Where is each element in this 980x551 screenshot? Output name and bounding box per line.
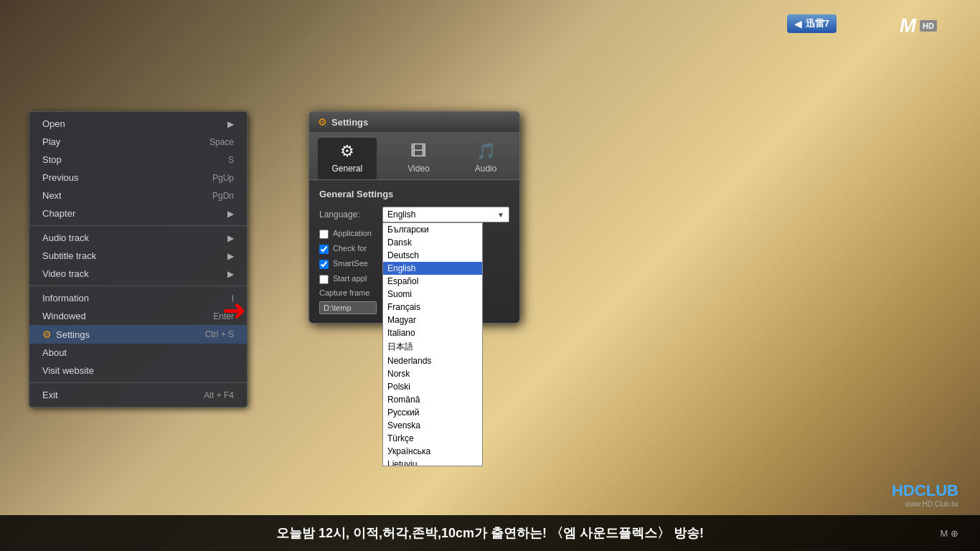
- lang-swedish[interactable]: Svenska: [383, 419, 482, 432]
- lang-french[interactable]: Français: [383, 301, 482, 314]
- section-title: General Settings: [319, 189, 509, 199]
- audio-tab-label: Audio: [475, 164, 497, 174]
- selected-language: English: [387, 209, 415, 220]
- lang-ukrainian[interactable]: Українська: [383, 445, 482, 458]
- lang-polish[interactable]: Polski: [383, 380, 482, 393]
- lang-german[interactable]: Deutsch: [383, 249, 482, 262]
- menu-item-information[interactable]: Information I: [29, 289, 247, 307]
- dialog-title: Settings: [331, 117, 368, 128]
- context-menu: Open ▶ Play Space Stop S Previous PgUp N…: [29, 111, 248, 408]
- subtitle-bar: 오늘밤 12시, 이적,허각,존박,10cm가 출연하는! 〈엠 사운드플렉스〉…: [0, 515, 980, 551]
- language-label: Language:: [319, 209, 377, 220]
- menu-item-stop[interactable]: Stop S: [29, 151, 247, 169]
- gear-icon: ⚙: [42, 329, 52, 340]
- smartsee-label: SmartSee: [333, 258, 368, 268]
- hdclub-main-text: HDCLUB: [892, 481, 958, 500]
- subtitle-channel-logo: M ⊕: [941, 528, 958, 539]
- red-arrow-indicator: ➜: [222, 296, 247, 324]
- channel-name: M: [900, 14, 916, 37]
- video-tab-icon: 🎞: [410, 142, 426, 161]
- audio-tab-icon: 🎵: [476, 142, 496, 161]
- separator-1: [29, 225, 247, 226]
- lang-norwegian[interactable]: Norsk: [383, 367, 482, 380]
- lang-lithuanian[interactable]: Lietuvių: [383, 458, 482, 466]
- menu-item-audio-track[interactable]: Audio track ▶: [29, 229, 247, 247]
- language-dropdown-wrapper: English ▼ Български Dansk Deutsch Englis…: [382, 207, 509, 222]
- separator-2: [29, 286, 247, 286]
- language-dropdown-list[interactable]: Български Dansk Deutsch English Español …: [382, 222, 483, 466]
- check-for-checkbox[interactable]: [319, 245, 329, 254]
- hdclub-sub-text: www.HD.Club.tw: [892, 500, 958, 508]
- lang-spanish[interactable]: Español: [383, 275, 482, 288]
- menu-item-open[interactable]: Open ▶: [29, 115, 247, 133]
- hd-badge: HD: [920, 20, 937, 32]
- menu-item-visit-website[interactable]: Visit website: [29, 362, 247, 380]
- lang-danish[interactable]: Dansk: [383, 236, 482, 249]
- tab-general[interactable]: ⚙ General: [318, 138, 377, 179]
- xunlei-badge[interactable]: ◀ 迅雷7: [787, 14, 837, 33]
- lang-italian[interactable]: Italiano: [383, 326, 482, 339]
- settings-dialog: ⚙ Settings ⚙ General 🎞 Video 🎵 Audio Gen…: [308, 111, 520, 324]
- subtitle-text: 오늘밤 12시, 이적,허각,존박,10cm가 출연하는! 〈엠 사운드플렉스〉…: [276, 524, 704, 542]
- channel-logo: M HD: [900, 14, 937, 37]
- dialog-titlebar: ⚙ Settings: [309, 112, 519, 132]
- menu-item-settings[interactable]: ⚙ Settings Ctrl + S: [29, 325, 247, 344]
- lang-hungarian[interactable]: Magyar: [383, 314, 482, 326]
- dialog-gear-icon: ⚙: [318, 116, 327, 128]
- capture-path-input[interactable]: [319, 301, 377, 314]
- lang-japanese[interactable]: 日本語: [383, 339, 482, 354]
- xunlei-label: 迅雷7: [806, 17, 829, 30]
- menu-item-previous[interactable]: Previous PgUp: [29, 169, 247, 187]
- lang-bulgarian[interactable]: Български: [383, 223, 482, 236]
- lang-finnish[interactable]: Suomi: [383, 288, 482, 301]
- general-tab-icon: ⚙: [340, 142, 354, 161]
- language-row: Language: English ▼ Български Dansk Deut…: [319, 207, 509, 222]
- check-for-label: Check for: [333, 243, 367, 253]
- menu-item-about[interactable]: About: [29, 344, 247, 362]
- xunlei-arrow-icon: ◀: [794, 18, 802, 29]
- language-dropdown[interactable]: English ▼: [382, 207, 509, 222]
- start-app-checkbox[interactable]: [319, 275, 329, 284]
- lang-romanian[interactable]: Română: [383, 393, 482, 406]
- tab-audio[interactable]: 🎵 Audio: [461, 138, 512, 179]
- menu-item-video-track[interactable]: Video track ▶: [29, 265, 247, 283]
- menu-item-exit[interactable]: Exit Alt + F4: [29, 386, 247, 404]
- menu-item-play[interactable]: Play Space: [29, 133, 247, 151]
- lang-turkish[interactable]: Türkçe: [383, 432, 482, 445]
- video-tab-label: Video: [407, 164, 429, 174]
- dropdown-arrow-icon: ▼: [497, 211, 504, 219]
- app-setting-checkbox[interactable]: [319, 230, 329, 239]
- tab-video[interactable]: 🎞 Video: [393, 138, 443, 179]
- lang-dutch[interactable]: Nederlands: [383, 354, 482, 367]
- separator-3: [29, 382, 247, 383]
- capture-frame-label: Capture frame: [319, 288, 369, 297]
- hdclub-logo: HDCLUB www.HD.Club.tw: [892, 481, 958, 508]
- menu-item-chapter[interactable]: Chapter ▶: [29, 204, 247, 222]
- lang-russian[interactable]: Русский: [383, 406, 482, 419]
- dialog-tabs: ⚙ General 🎞 Video 🎵 Audio: [309, 132, 519, 180]
- smartsee-checkbox[interactable]: [319, 260, 329, 269]
- lang-english[interactable]: English: [383, 262, 482, 275]
- menu-item-next[interactable]: Next PgDn: [29, 187, 247, 204]
- menu-item-windowed[interactable]: Windowed Enter: [29, 307, 247, 325]
- dialog-body: General Settings Language: English ▼ Бъл…: [309, 180, 519, 323]
- general-tab-label: General: [332, 164, 363, 174]
- menu-item-subtitle-track[interactable]: Subtitle track ▶: [29, 247, 247, 265]
- start-app-label: Start appl: [333, 273, 367, 283]
- app-setting-label: Application: [333, 228, 372, 238]
